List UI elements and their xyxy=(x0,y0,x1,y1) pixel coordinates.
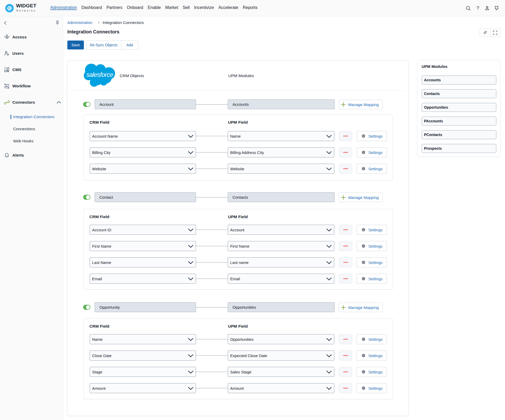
svg-text:salesforce: salesforce xyxy=(86,71,113,78)
